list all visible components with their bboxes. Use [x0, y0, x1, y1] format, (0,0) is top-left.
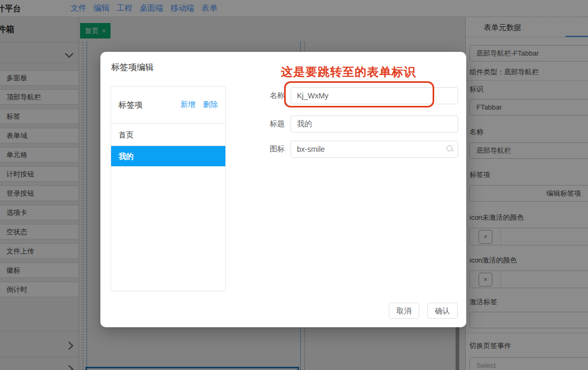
tab-list-header: 标签项 新增 删除: [111, 87, 225, 124]
annotation-text: 这是要跳转至的表单标识: [281, 64, 416, 80]
cancel-button[interactable]: 取消: [389, 303, 419, 319]
dialog-title: 标签项编辑: [111, 62, 154, 73]
icon-field[interactable]: [291, 141, 458, 158]
app-root: 计平台 文件 编辑 工程 桌面端 移动端 表单 件箱 多面板 顶部导航栏 标签 …: [0, 0, 588, 370]
form-row-icon: 图标: [270, 141, 458, 158]
title-field[interactable]: [291, 115, 458, 133]
tab-list-panel: 标签项 新增 删除 首页 我的: [111, 86, 226, 291]
search-icon[interactable]: [446, 145, 452, 151]
tab-item-home[interactable]: 首页: [111, 124, 225, 146]
tab-item-mine[interactable]: 我的: [111, 146, 225, 166]
confirm-button[interactable]: 确认: [427, 303, 458, 319]
tab-list-title: 标签项: [119, 100, 143, 110]
delete-tab-link[interactable]: 删除: [203, 100, 218, 110]
title-field-label: 标题: [270, 119, 287, 129]
annotation-highlight-box: [284, 81, 434, 107]
add-tab-link[interactable]: 新增: [181, 100, 195, 110]
icon-field-label: 图标: [270, 144, 287, 154]
form-row-title: 标题: [270, 115, 458, 133]
